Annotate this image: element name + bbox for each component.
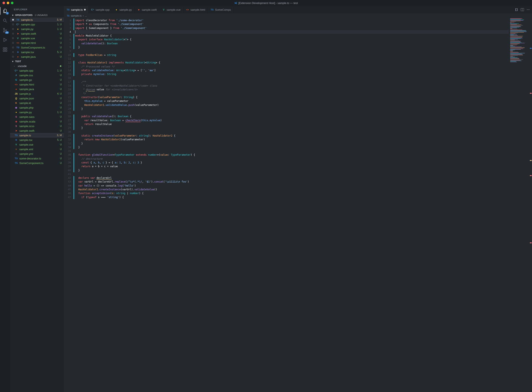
file-item[interactable]: ➤sample.swiftU bbox=[10, 128, 64, 133]
explorer-activity[interactable]: 1 bbox=[2, 8, 8, 14]
file-item[interactable]: ●sample.py1, U bbox=[10, 110, 64, 114]
close-editor-icon[interactable] bbox=[12, 56, 14, 58]
breadcrumb-sep: › bbox=[83, 14, 84, 17]
file-item[interactable]: <>sample.htmlU bbox=[10, 82, 64, 87]
file-item[interactable]: ●sample.javaU bbox=[10, 87, 64, 91]
file-item[interactable]: ◆sample.scalaU bbox=[10, 119, 64, 124]
svg-rect-7 bbox=[5, 50, 7, 51]
editor-tab[interactable]: C⁺sample.cpp bbox=[89, 6, 112, 14]
open-editor-item[interactable]: ➤sample.swiftU bbox=[10, 31, 64, 36]
file-name: sample.py bbox=[19, 111, 57, 114]
close-editor-icon[interactable] bbox=[12, 51, 14, 53]
git-status: 3, M bbox=[57, 134, 62, 137]
file-item[interactable]: TSsome-decorator.tsU bbox=[10, 156, 64, 161]
open-editor-item[interactable]: ⚛sample.tsx5, U bbox=[10, 50, 64, 54]
file-type-icon: ◉ bbox=[14, 106, 18, 109]
file-item[interactable]: Ssample.scssU bbox=[10, 124, 64, 128]
file-name: sample.java bbox=[21, 55, 60, 58]
ts-icon: TS bbox=[67, 15, 70, 17]
file-type-icon: ! bbox=[14, 153, 18, 155]
test-folder-header[interactable]: ▾ TEST bbox=[10, 59, 64, 64]
editor-tab[interactable]: ➤sample.swift bbox=[135, 6, 159, 14]
compare-changes-icon[interactable] bbox=[515, 8, 518, 11]
file-item[interactable]: #sample.cssU bbox=[10, 73, 64, 78]
close-editor-icon[interactable] bbox=[12, 47, 14, 48]
file-item[interactable]: C⁺sample.cpp1, U bbox=[10, 68, 64, 73]
open-editor-item[interactable]: <>sample.htmlU bbox=[10, 41, 64, 45]
file-type-icon: TS bbox=[66, 8, 70, 11]
file-item[interactable]: Ssample.sassU bbox=[10, 114, 64, 119]
folder-name: .vscode bbox=[17, 65, 27, 68]
debug-activity[interactable] bbox=[2, 37, 8, 43]
file-tree: ›.vscodeC⁺sample.cpp1, U#sample.cssUGsam… bbox=[10, 64, 64, 392]
file-type-icon: ● bbox=[115, 8, 118, 11]
split-editor-icon[interactable] bbox=[521, 8, 524, 11]
minimize-window-button[interactable] bbox=[7, 2, 9, 4]
minimap[interactable] bbox=[509, 18, 532, 392]
file-type-icon: TS bbox=[16, 19, 20, 21]
git-status: U bbox=[60, 129, 62, 132]
git-status: U bbox=[60, 106, 62, 109]
file-type-icon: S bbox=[14, 116, 18, 118]
svg-point-0 bbox=[3, 19, 6, 21]
code-editor[interactable]: 1234567891011121314151617181920212223242… bbox=[64, 18, 532, 392]
open-editor-item[interactable]: C⁺sample.cpp1, U bbox=[10, 22, 64, 27]
file-type-icon: <> bbox=[16, 42, 20, 44]
close-window-button[interactable] bbox=[3, 2, 5, 4]
git-status: U bbox=[60, 143, 62, 146]
file-name: sample.py bbox=[21, 28, 57, 31]
svg-point-4 bbox=[6, 30, 7, 31]
maximize-window-button[interactable] bbox=[11, 2, 14, 4]
file-item[interactable]: ≡sample.xmlU bbox=[10, 147, 64, 151]
editor-tab[interactable]: <>sample.html bbox=[183, 6, 208, 14]
folder-item[interactable]: ›.vscode bbox=[10, 64, 64, 68]
open-editor-item[interactable]: Vsample.vueU bbox=[10, 36, 64, 41]
file-item[interactable]: !sample.ymlU bbox=[10, 151, 64, 156]
code-content[interactable]: import classDecorator from './some-decor… bbox=[74, 18, 509, 392]
scm-activity[interactable]: 29 bbox=[2, 27, 8, 33]
more-actions-icon[interactable] bbox=[527, 8, 530, 11]
editor-tab[interactable]: TSsample.ts bbox=[64, 6, 89, 14]
git-status: U bbox=[60, 46, 62, 49]
explorer-badge: 1 bbox=[6, 12, 9, 14]
file-type-icon: ➤ bbox=[14, 129, 18, 132]
editor-tab[interactable]: Vsample.vue bbox=[159, 6, 183, 14]
file-item[interactable]: TSsample.ts3, M bbox=[10, 133, 64, 138]
open-editors-header[interactable]: ▾ OPEN EDITORS 1 UNSAVED bbox=[10, 13, 64, 17]
editor-tab[interactable]: ●sample.py bbox=[112, 6, 135, 14]
close-editor-icon[interactable] bbox=[12, 42, 14, 44]
file-item[interactable]: Gsample.goU bbox=[10, 78, 64, 82]
file-item[interactable]: JSsample.js4, U bbox=[10, 91, 64, 96]
file-type-icon: # bbox=[14, 74, 18, 76]
file-item[interactable]: {}sample.jsonU bbox=[10, 96, 64, 101]
search-icon bbox=[3, 18, 8, 23]
file-item[interactable]: Ksample.ktU bbox=[10, 101, 64, 105]
file-item[interactable]: TSSomeComponent.tsU bbox=[10, 161, 64, 165]
extensions-activity[interactable] bbox=[2, 47, 8, 52]
open-editor-item[interactable]: TSSomeComponent.tsU bbox=[10, 45, 64, 50]
file-name: sample.yml bbox=[19, 152, 60, 155]
open-editor-item[interactable]: TSsample.ts3, M bbox=[10, 17, 64, 22]
close-editor-icon[interactable] bbox=[12, 23, 14, 25]
file-item[interactable]: Vsample.vueU bbox=[10, 142, 64, 147]
close-editor-icon[interactable] bbox=[12, 28, 14, 30]
git-status: U bbox=[60, 157, 62, 160]
search-activity[interactable] bbox=[2, 18, 8, 23]
git-status: U bbox=[60, 148, 62, 151]
close-editor-icon[interactable] bbox=[12, 37, 14, 39]
scroll-indicator[interactable] bbox=[529, 18, 532, 392]
close-editor-icon[interactable] bbox=[12, 33, 14, 34]
open-editor-item[interactable]: ●sample.javaU bbox=[10, 54, 64, 59]
svg-point-12 bbox=[528, 9, 529, 10]
file-type-icon: <> bbox=[186, 8, 189, 11]
git-status: 3, M bbox=[57, 18, 62, 21]
file-type-icon: ● bbox=[14, 111, 18, 113]
editor-tab[interactable]: TSSomeCompo bbox=[208, 6, 234, 14]
git-status: U bbox=[60, 83, 62, 86]
file-item[interactable]: ◉sample.phpU bbox=[10, 105, 64, 110]
open-editor-item[interactable]: ●sample.py1, U bbox=[10, 27, 64, 31]
file-item[interactable]: ⚛sample.tsx5, U bbox=[10, 138, 64, 142]
file-type-icon: ◆ bbox=[14, 120, 18, 123]
breadcrumb[interactable]: TS sample.ts › ... bbox=[64, 14, 532, 18]
git-status: U bbox=[60, 120, 62, 123]
